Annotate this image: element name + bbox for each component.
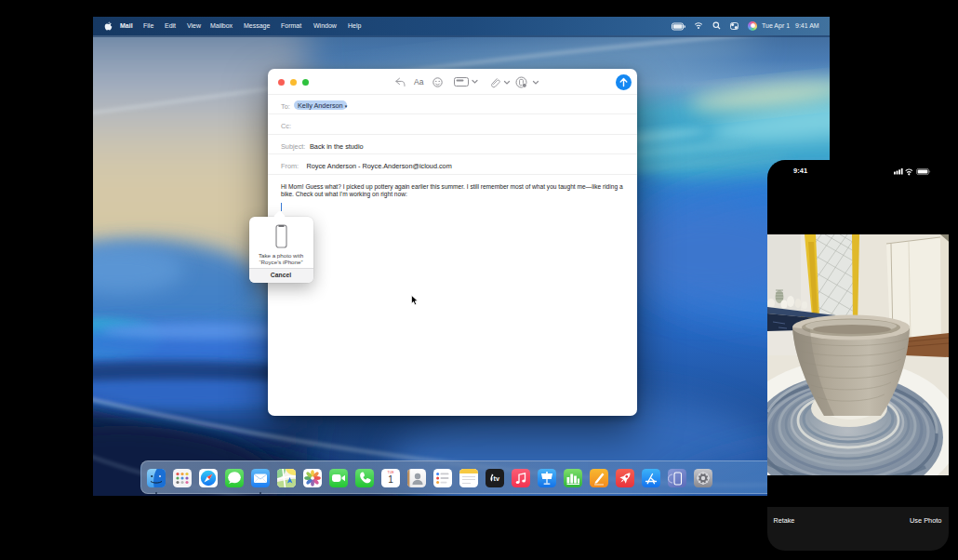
svg-text:tv: tv <box>494 474 499 483</box>
